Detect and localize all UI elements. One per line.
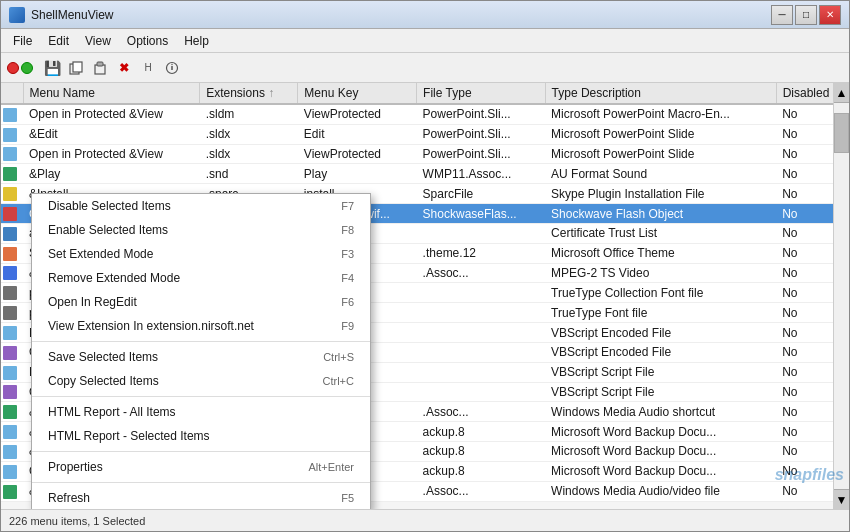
ctx-item-label: Enable Selected Items bbox=[48, 223, 168, 237]
html-report-button[interactable]: H bbox=[137, 57, 159, 79]
row-filetype: PowerPoint.Sli... bbox=[417, 144, 545, 164]
row-ext: .sldm bbox=[200, 104, 298, 124]
context-menu-separator bbox=[32, 451, 370, 452]
toolbar: 💾 ✖ H bbox=[1, 53, 849, 83]
ctx-item-shortcut: Ctrl+C bbox=[323, 375, 354, 387]
table-row[interactable]: &Play .snd Play WMP11.Assoc... AU Format… bbox=[1, 164, 849, 184]
doc-icon bbox=[3, 326, 17, 340]
paste-button[interactable] bbox=[89, 57, 111, 79]
row-icon-cell bbox=[1, 323, 23, 343]
row-menukey: Edit bbox=[298, 124, 417, 144]
menu-options[interactable]: Options bbox=[119, 32, 176, 50]
title-controls: ─ □ ✕ bbox=[771, 5, 841, 25]
col-typedesc-header[interactable]: Type Description bbox=[545, 83, 776, 104]
row-ext: .sldx bbox=[200, 124, 298, 144]
table-row[interactable]: &Edit .sldx Edit PowerPoint.Sli... Micro… bbox=[1, 124, 849, 144]
media-icon bbox=[3, 485, 17, 499]
close-button[interactable]: ✕ bbox=[819, 5, 841, 25]
table-row[interactable]: Open in Protected &View .sldm ViewProtec… bbox=[1, 104, 849, 124]
doc-icon bbox=[3, 366, 17, 380]
row-icon-cell bbox=[1, 422, 23, 442]
sh-icon bbox=[3, 385, 17, 399]
ctx-item-label: HTML Report - Selected Items bbox=[48, 429, 210, 443]
ctx-item-shortcut: F9 bbox=[341, 320, 354, 332]
context-menu-item[interactable]: Open In RegEditF6 bbox=[32, 290, 370, 314]
doc-icon bbox=[3, 465, 17, 479]
maximize-button[interactable]: □ bbox=[795, 5, 817, 25]
context-menu-item[interactable]: Set Extended ModeF3 bbox=[32, 242, 370, 266]
delete-button[interactable]: ✖ bbox=[113, 57, 135, 79]
row-filetype: PowerPoint.Sli... bbox=[417, 124, 545, 144]
row-typedesc: TrueType Font file bbox=[545, 303, 776, 323]
row-typedesc: Microsoft Office Theme bbox=[545, 243, 776, 263]
ctx-item-shortcut: F5 bbox=[341, 492, 354, 504]
status-text: 226 menu items, 1 Selected bbox=[9, 515, 145, 527]
context-menu-item[interactable]: Enable Selected ItemsF8 bbox=[32, 218, 370, 242]
context-menu-item[interactable]: RefreshF5 bbox=[32, 486, 370, 509]
main-window: ShellMenuView ─ □ ✕ File Edit View Optio… bbox=[0, 0, 850, 532]
row-icon-cell bbox=[1, 382, 23, 402]
ctx-item-label: Open In RegEdit bbox=[48, 295, 137, 309]
row-filetype: ackup.8 bbox=[417, 442, 545, 462]
col-filetype-header[interactable]: File Type bbox=[417, 83, 545, 104]
ctx-item-label: Properties bbox=[48, 460, 103, 474]
doc-icon bbox=[3, 147, 17, 161]
row-menuname: Open in Protected &View bbox=[23, 144, 200, 164]
col-menuname-header[interactable]: Menu Name bbox=[23, 83, 200, 104]
row-icon-cell bbox=[1, 442, 23, 462]
context-menu-separator bbox=[32, 396, 370, 397]
row-typedesc: AU Format Sound bbox=[545, 164, 776, 184]
row-typedesc: Certificate Trust List bbox=[545, 223, 776, 243]
row-icon-cell bbox=[1, 481, 23, 501]
save-button[interactable]: 💾 bbox=[41, 57, 63, 79]
row-filetype: ackup.8 bbox=[417, 461, 545, 481]
row-icon-cell bbox=[1, 263, 23, 283]
font-icon bbox=[3, 306, 17, 320]
row-filetype: ShockwaseFlas... bbox=[417, 204, 545, 224]
menu-edit[interactable]: Edit bbox=[40, 32, 77, 50]
row-icon-cell bbox=[1, 144, 23, 164]
svg-rect-1 bbox=[73, 62, 82, 72]
row-filetype: .Assoc... bbox=[417, 263, 545, 283]
ctx-item-shortcut: Ctrl+S bbox=[323, 351, 354, 363]
ctx-item-label: Remove Extended Mode bbox=[48, 271, 180, 285]
doc-icon bbox=[3, 108, 17, 122]
row-menukey: ViewProtected bbox=[298, 104, 417, 124]
context-menu-item[interactable]: HTML Report - All Items bbox=[32, 400, 370, 424]
row-filetype: .theme.12 bbox=[417, 243, 545, 263]
doc-icon bbox=[3, 445, 17, 459]
ctx-item-shortcut: F3 bbox=[341, 248, 354, 260]
menu-view[interactable]: View bbox=[77, 32, 119, 50]
row-typedesc: Windows Media Audio/video file bbox=[545, 481, 776, 501]
context-menu-item[interactable]: PropertiesAlt+Enter bbox=[32, 455, 370, 479]
ctx-item-label: Save Selected Items bbox=[48, 350, 158, 364]
col-extensions-header[interactable]: Extensions ↑ bbox=[200, 83, 298, 104]
table-row[interactable]: Open in Protected &View .sldx ViewProtec… bbox=[1, 144, 849, 164]
context-menu-item[interactable]: Disable Selected ItemsF7 bbox=[32, 194, 370, 218]
row-icon-cell bbox=[1, 243, 23, 263]
red-dot-button[interactable] bbox=[7, 62, 19, 74]
row-filetype: SparcFile bbox=[417, 184, 545, 204]
ctx-item-label: Refresh bbox=[48, 491, 90, 505]
context-menu-item[interactable]: Save Selected ItemsCtrl+S bbox=[32, 345, 370, 369]
menu-help[interactable]: Help bbox=[176, 32, 217, 50]
vertical-scrollbar[interactable]: ▲ ▼ bbox=[833, 83, 849, 509]
col-menukey-header[interactable]: Menu Key bbox=[298, 83, 417, 104]
minimize-button[interactable]: ─ bbox=[771, 5, 793, 25]
context-menu-item[interactable]: Copy Selected ItemsCtrl+C bbox=[32, 369, 370, 393]
row-menukey: ViewProtected bbox=[298, 144, 417, 164]
row-menuname: Open in Protected &View bbox=[23, 104, 200, 124]
row-ext: .snd bbox=[200, 164, 298, 184]
green-dot-button[interactable] bbox=[21, 62, 33, 74]
context-menu-item[interactable]: Remove Extended ModeF4 bbox=[32, 266, 370, 290]
row-icon-cell bbox=[1, 104, 23, 124]
row-icon-cell bbox=[1, 362, 23, 382]
font-icon bbox=[3, 286, 17, 300]
context-menu-item[interactable]: HTML Report - Selected Items bbox=[32, 424, 370, 448]
properties-button[interactable] bbox=[161, 57, 183, 79]
ctx-item-shortcut: Alt+Enter bbox=[308, 461, 354, 473]
context-menu-item[interactable]: View Extension In extension.nirsoft.netF… bbox=[32, 314, 370, 338]
copy-button[interactable] bbox=[65, 57, 87, 79]
menu-file[interactable]: File bbox=[5, 32, 40, 50]
row-filetype bbox=[417, 223, 545, 243]
